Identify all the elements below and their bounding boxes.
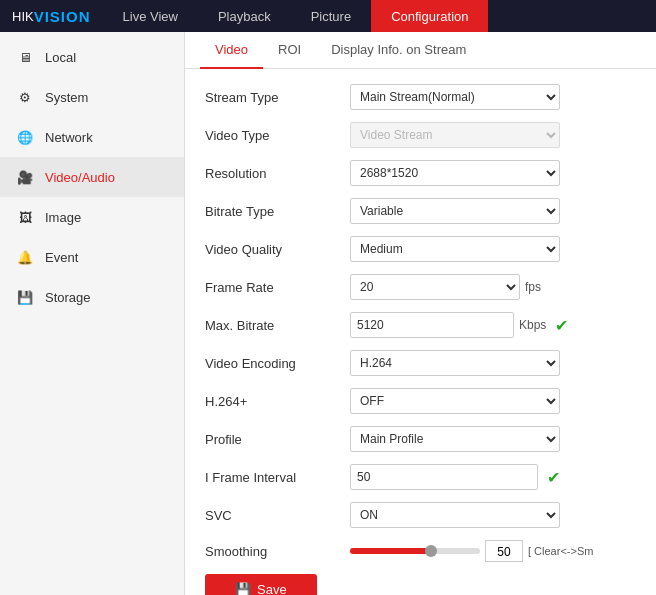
sidebar-label-system: System	[45, 90, 88, 105]
video-form: Stream Type Main Stream(Normal) Sub Stre…	[185, 69, 656, 595]
nav-playback[interactable]: Playback	[198, 0, 291, 32]
image-icon: 🖼	[15, 207, 35, 227]
smoothing-slider-thumb[interactable]	[425, 545, 437, 557]
sidebar-item-event[interactable]: 🔔 Event	[0, 237, 184, 277]
video-type-select[interactable]: Video Stream Video&Audio	[350, 122, 560, 148]
sidebar-item-system[interactable]: ⚙ System	[0, 77, 184, 117]
h264plus-control: OFFON	[350, 388, 560, 414]
video-encoding-select[interactable]: H.264H.265MJPEG	[350, 350, 560, 376]
resolution-select[interactable]: 2688*1520 1920*1080 1280*720	[350, 160, 560, 186]
h264plus-select[interactable]: OFFON	[350, 388, 560, 414]
i-frame-interval-input[interactable]	[350, 464, 538, 490]
sidebar: 🖥 Local ⚙ System 🌐 Network 🎥 Video/Audio…	[0, 32, 185, 595]
logo-hik-text: HIK	[12, 9, 34, 24]
sidebar-label-image: Image	[45, 210, 81, 225]
logo: HIKVISION	[0, 0, 103, 32]
smoothing-control: 50 [ Clear<->Sm	[350, 540, 636, 562]
max-bitrate-input[interactable]	[350, 312, 514, 338]
resolution-label: Resolution	[205, 166, 350, 181]
video-quality-select[interactable]: LowestLowerLow Medium HighHigherHighest	[350, 236, 560, 262]
h264plus-row: H.264+ OFFON	[205, 388, 636, 414]
profile-control: Main ProfileHigh ProfileBaseline Profile	[350, 426, 560, 452]
smoothing-label: Smoothing	[205, 544, 350, 559]
logo-vision-text: VISION	[34, 8, 91, 25]
sidebar-item-storage[interactable]: 💾 Storage	[0, 277, 184, 317]
save-button[interactable]: 💾 Save	[205, 574, 317, 595]
h264plus-label: H.264+	[205, 394, 350, 409]
video-encoding-control: H.264H.265MJPEG	[350, 350, 560, 376]
sidebar-label-local: Local	[45, 50, 76, 65]
frame-rate-control: 151015 2025 fps	[350, 274, 560, 300]
stream-type-label: Stream Type	[205, 90, 350, 105]
frame-rate-select[interactable]: 151015 2025	[350, 274, 520, 300]
main-area: 🖥 Local ⚙ System 🌐 Network 🎥 Video/Audio…	[0, 32, 656, 595]
sidebar-label-storage: Storage	[45, 290, 91, 305]
profile-row: Profile Main ProfileHigh ProfileBaseline…	[205, 426, 636, 452]
sidebar-item-image[interactable]: 🖼 Image	[0, 197, 184, 237]
svc-row: SVC ONOFF	[205, 502, 636, 528]
i-frame-interval-label: I Frame Interval	[205, 470, 350, 485]
bitrate-type-control: Variable Constant	[350, 198, 560, 224]
tab-display-info[interactable]: Display Info. on Stream	[316, 32, 481, 69]
smoothing-row: Smoothing 50 [ Clear<->Sm	[205, 540, 636, 562]
stream-type-control: Main Stream(Normal) Sub Stream Third Str…	[350, 84, 560, 110]
storage-icon: 💾	[15, 287, 35, 307]
sidebar-label-network: Network	[45, 130, 93, 145]
svc-select[interactable]: ONOFF	[350, 502, 560, 528]
bitrate-type-select[interactable]: Variable Constant	[350, 198, 560, 224]
video-type-row: Video Type Video Stream Video&Audio	[205, 122, 636, 148]
i-frame-interval-check-icon: ✔	[547, 468, 560, 487]
video-type-control: Video Stream Video&Audio	[350, 122, 560, 148]
stream-type-select[interactable]: Main Stream(Normal) Sub Stream Third Str…	[350, 84, 560, 110]
nav-items: Live View Playback Picture Configuration	[103, 0, 656, 32]
monitor-icon: 🖥	[15, 47, 35, 67]
bitrate-type-label: Bitrate Type	[205, 204, 350, 219]
svc-control: ONOFF	[350, 502, 560, 528]
resolution-row: Resolution 2688*1520 1920*1080 1280*720	[205, 160, 636, 186]
frame-rate-label: Frame Rate	[205, 280, 350, 295]
sidebar-label-video-audio: Video/Audio	[45, 170, 115, 185]
profile-label: Profile	[205, 432, 350, 447]
content-area: Video ROI Display Info. on Stream Stream…	[185, 32, 656, 595]
video-quality-row: Video Quality LowestLowerLow Medium High…	[205, 236, 636, 262]
save-icon: 💾	[235, 582, 251, 595]
bell-icon: 🔔	[15, 247, 35, 267]
tab-roi[interactable]: ROI	[263, 32, 316, 69]
max-bitrate-control: Kbps ✔	[350, 312, 560, 338]
tab-video[interactable]: Video	[200, 32, 263, 69]
frame-rate-unit: fps	[525, 280, 541, 294]
tab-bar: Video ROI Display Info. on Stream	[185, 32, 656, 69]
sidebar-item-video-audio[interactable]: 🎥 Video/Audio	[0, 157, 184, 197]
nav-picture[interactable]: Picture	[291, 0, 371, 32]
frame-rate-row: Frame Rate 151015 2025 fps	[205, 274, 636, 300]
video-quality-label: Video Quality	[205, 242, 350, 257]
save-label: Save	[257, 582, 287, 595]
max-bitrate-row: Max. Bitrate Kbps ✔	[205, 312, 636, 338]
smoothing-slider-fill	[350, 548, 428, 554]
sidebar-item-network[interactable]: 🌐 Network	[0, 117, 184, 157]
gear-icon: ⚙	[15, 87, 35, 107]
nav-configuration[interactable]: Configuration	[371, 0, 488, 32]
video-encoding-label: Video Encoding	[205, 356, 350, 371]
max-bitrate-label: Max. Bitrate	[205, 318, 350, 333]
i-frame-interval-row: I Frame Interval ✔	[205, 464, 636, 490]
video-quality-control: LowestLowerLow Medium HighHigherHighest	[350, 236, 560, 262]
sidebar-label-event: Event	[45, 250, 78, 265]
bitrate-type-row: Bitrate Type Variable Constant	[205, 198, 636, 224]
smoothing-slider-track[interactable]	[350, 548, 480, 554]
smoothing-value: 50	[485, 540, 523, 562]
smoothing-hint: [ Clear<->Sm	[528, 545, 593, 557]
sidebar-item-local[interactable]: 🖥 Local	[0, 37, 184, 77]
stream-type-row: Stream Type Main Stream(Normal) Sub Stre…	[205, 84, 636, 110]
globe-icon: 🌐	[15, 127, 35, 147]
svc-label: SVC	[205, 508, 350, 523]
video-encoding-row: Video Encoding H.264H.265MJPEG	[205, 350, 636, 376]
video-type-label: Video Type	[205, 128, 350, 143]
resolution-control: 2688*1520 1920*1080 1280*720	[350, 160, 560, 186]
top-navigation: HIKVISION Live View Playback Picture Con…	[0, 0, 656, 32]
i-frame-interval-control: ✔	[350, 464, 560, 490]
profile-select[interactable]: Main ProfileHigh ProfileBaseline Profile	[350, 426, 560, 452]
video-icon: 🎥	[15, 167, 35, 187]
max-bitrate-unit: Kbps	[519, 318, 546, 332]
nav-live-view[interactable]: Live View	[103, 0, 198, 32]
